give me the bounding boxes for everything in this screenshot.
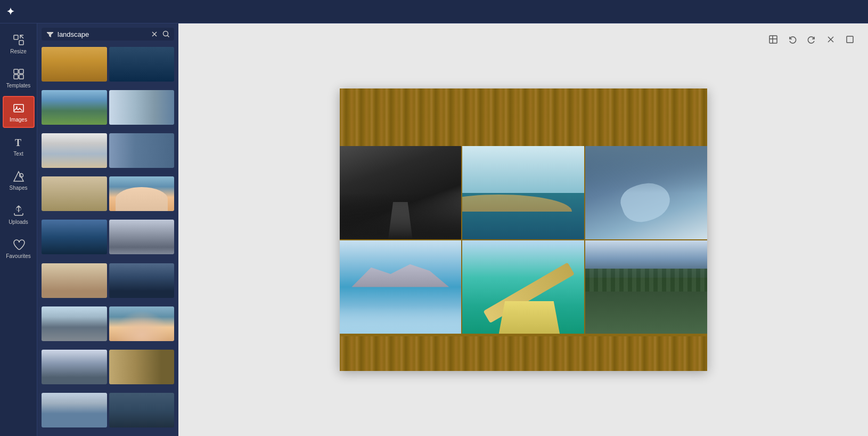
- list-item[interactable]: [42, 176, 107, 211]
- heart-icon: [12, 238, 25, 251]
- clear-icon: [150, 30, 159, 38]
- canvas-toolbar: [766, 32, 857, 47]
- shapes-icon: [12, 170, 25, 183]
- list-item[interactable]: [42, 393, 107, 427]
- search-icon: [162, 30, 170, 38]
- list-item[interactable]: [42, 350, 107, 384]
- favourites-label: Favourites: [6, 253, 31, 259]
- svg-point-11: [163, 31, 168, 36]
- filter-button[interactable]: [46, 30, 54, 38]
- list-item[interactable]: [42, 220, 107, 254]
- list-item[interactable]: [109, 133, 175, 168]
- close-button[interactable]: [823, 32, 838, 47]
- collage-canvas[interactable]: [340, 88, 707, 371]
- list-item[interactable]: [109, 47, 175, 82]
- list-item[interactable]: [42, 306, 107, 341]
- resize-canvas-button[interactable]: [842, 32, 857, 47]
- search-input[interactable]: landscape: [58, 30, 147, 38]
- collage-photo-6[interactable]: [585, 240, 707, 334]
- templates-label: Templates: [6, 83, 31, 88]
- canvas-area: [178, 23, 868, 436]
- text-label: Text: [13, 151, 23, 157]
- collage-photo-3[interactable]: [585, 146, 707, 239]
- resize-canvas-icon: [845, 35, 855, 44]
- templates-icon: [12, 68, 25, 80]
- redo-icon: [807, 35, 816, 44]
- list-item[interactable]: [42, 90, 107, 125]
- svg-rect-17: [847, 36, 853, 43]
- main-layout: Resize Templates Images T T: [0, 23, 868, 436]
- wood-texture-bottom: [340, 336, 707, 371]
- side-panel: landscape: [37, 23, 178, 436]
- svg-rect-0: [14, 35, 18, 39]
- search-button[interactable]: [162, 30, 170, 38]
- collage-photo-4[interactable]: [340, 240, 462, 334]
- svg-rect-3: [19, 69, 23, 74]
- uploads-label: Uploads: [9, 219, 28, 225]
- svg-rect-2: [14, 69, 18, 74]
- list-item[interactable]: [42, 133, 107, 168]
- redo-button[interactable]: [804, 32, 819, 47]
- list-item[interactable]: [109, 350, 175, 384]
- undo-icon: [788, 35, 797, 44]
- wood-texture-top: [340, 88, 707, 147]
- list-item[interactable]: [109, 220, 175, 254]
- images-icon: [12, 102, 25, 115]
- svg-rect-4: [14, 75, 18, 79]
- text-icon: T: [12, 136, 25, 149]
- undo-button[interactable]: [785, 32, 800, 47]
- left-nav: Resize Templates Images T T: [0, 23, 37, 436]
- svg-point-7: [16, 106, 18, 108]
- svg-text:T: T: [15, 138, 21, 148]
- list-item[interactable]: [109, 263, 175, 298]
- collage-photo-1[interactable]: [340, 146, 462, 239]
- collage-photo-2[interactable]: [462, 146, 584, 239]
- sidebar-item-resize[interactable]: Resize: [3, 28, 35, 60]
- list-item[interactable]: [109, 306, 175, 341]
- list-item[interactable]: [109, 393, 175, 427]
- images-label: Images: [10, 117, 27, 123]
- list-item[interactable]: [109, 176, 175, 211]
- sidebar-item-shapes[interactable]: Shapes: [3, 164, 35, 196]
- sidebar-item-text[interactable]: T Text: [3, 130, 35, 162]
- sidebar-item-favourites[interactable]: Favourites: [3, 232, 35, 264]
- sidebar-item-templates[interactable]: Templates: [3, 62, 35, 94]
- svg-rect-12: [769, 36, 777, 43]
- uploads-icon: [12, 204, 25, 217]
- grid-icon: [768, 35, 778, 44]
- grid-view-button[interactable]: [766, 32, 781, 47]
- close-icon: [826, 35, 836, 44]
- list-item[interactable]: [42, 47, 107, 82]
- image-grid: [37, 45, 178, 436]
- svg-rect-5: [19, 75, 23, 79]
- resize-icon: [12, 34, 25, 46]
- app-logo: ✦: [6, 6, 14, 18]
- resize-label: Resize: [10, 49, 27, 54]
- photo-grid: [340, 146, 707, 334]
- sidebar-item-uploads[interactable]: Uploads: [3, 198, 35, 230]
- collage-photo-5[interactable]: [462, 240, 584, 334]
- top-bar: ✦: [0, 0, 868, 23]
- filter-icon: [46, 30, 54, 38]
- list-item[interactable]: [109, 90, 175, 125]
- search-bar-container: landscape: [42, 28, 174, 41]
- collapse-panel-button[interactable]: ‹: [177, 219, 178, 240]
- shapes-label: Shapes: [10, 185, 28, 191]
- sidebar-item-images[interactable]: Images: [3, 96, 35, 128]
- list-item[interactable]: [42, 263, 107, 298]
- clear-search-button[interactable]: [150, 30, 159, 38]
